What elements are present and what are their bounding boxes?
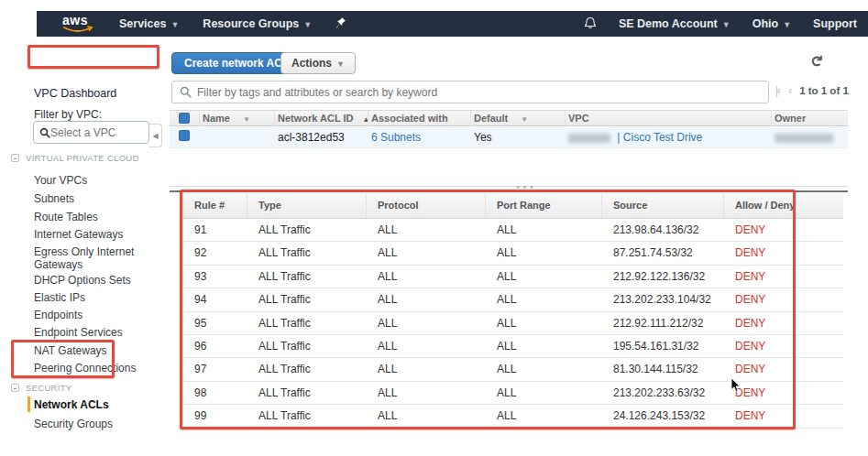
sidebar-vpc-dashboard-link[interactable]: VPC Dashboard [34,87,116,100]
rule-row[interactable]: 91 ALL Traffic ALL ALL 213.98.64.136/32 … [183,219,843,242]
header-vpc[interactable]: VPC [566,111,772,125]
sidebar-item-elastic-ips[interactable]: Elastic IPs [34,291,85,304]
header-type[interactable]: Type [247,193,367,218]
header-associated-with[interactable]: Associated with [368,111,471,125]
cell-acl-id: acl-3812ed53 [275,127,368,147]
previous-page-icon[interactable]: ‹ [788,84,791,97]
cell-vpc: | Cisco Test Drive [566,127,772,147]
filter-input[interactable] [197,86,761,99]
account-menu[interactable]: SE Demo Account▼ [619,17,731,30]
cell-protocol: ALL [367,405,486,428]
sidebar-item-egress-only-internet-gateways[interactable]: Egress Only Internet Gateways [34,245,155,271]
sidebar-item-subnets[interactable]: Subnets [34,192,74,205]
header-name[interactable]: Name▼ [200,111,275,125]
rules-table-header: Rule # Type Protocol Port Range Source A… [183,193,843,219]
sidebar-item-internet-gateways[interactable]: Internet Gateways [34,228,123,241]
cell-protocol: ALL [367,358,486,381]
row-checkbox[interactable] [179,130,190,141]
collapse-minus-icon[interactable] [11,384,19,392]
cell-type: ALL Traffic [247,405,367,428]
sidebar-section-vpc[interactable]: VIRTUAL PRIVATE CLOUD [11,153,148,163]
collapse-minus-icon[interactable] [11,154,19,162]
pushpin-icon[interactable] [335,16,346,32]
sidebar-item-peering-connections[interactable]: Peering Connections [34,362,136,375]
nav-services[interactable]: Services▼ [119,17,179,30]
mouse-cursor [731,377,742,393]
cell-empty [796,242,843,265]
header-port-range[interactable]: Port Range [486,193,602,218]
header-rule-number[interactable]: Rule # [183,193,247,218]
cell-default: Yes [471,127,566,147]
sidebar-item-nat-gateways[interactable]: NAT Gateways [34,344,107,357]
cell-protocol: ALL [367,242,486,265]
header-source[interactable]: Source [602,193,724,218]
sidebar: VPC Dashboard Filter by VPC: ◀ VIRTUAL P… [0,37,167,437]
sidebar-item-endpoint-services[interactable]: Endpoint Services [34,326,123,339]
cell-empty [796,219,843,242]
sidebar-section-security[interactable]: SECURITY [11,383,148,393]
cell-empty [796,335,843,358]
sidebar-item-security-groups[interactable]: Security Groups [34,418,113,430]
cell-empty [796,266,843,288]
cell-associated-subnets-link[interactable]: 6 Subnets [368,127,471,147]
pane-resize-handle[interactable]: ●●● [516,183,536,190]
owner-id-redacted [775,134,833,143]
cell-allow-deny: DENY [724,242,796,265]
cell-source: 24.126.243.153/32 [602,405,724,428]
select-vpc-input[interactable] [50,126,135,139]
cell-source: 212.92.122.136/32 [602,266,724,288]
search-icon [39,127,50,138]
actions-button[interactable]: Actions▼ [280,52,356,74]
cell-empty [796,288,843,311]
rule-row[interactable]: 98 ALL Traffic ALL ALL 213.202.233.63/32… [183,382,843,405]
cell-type: ALL Traffic [247,312,367,335]
cell-type: ALL Traffic [247,219,367,242]
cell-empty [796,405,843,428]
nav-resource-groups[interactable]: Resource Groups▼ [203,17,312,30]
refresh-icon[interactable]: ↻ [807,54,826,67]
notifications-bell-icon[interactable] [584,16,597,34]
cell-protocol: ALL [367,335,486,358]
rule-row[interactable]: 99 ALL Traffic ALL ALL 24.126.243.153/32… [183,405,843,428]
acl-table-header: Name▼ Network ACL ID▲ Associated with De… [170,110,848,126]
pagination-range: 1 to 1 of 1 [799,85,849,96]
cell-rule: 95 [183,312,247,335]
sidebar-item-your-vpcs[interactable]: Your VPCs [34,174,87,187]
chevron-down-icon: ▼ [722,20,731,29]
rule-row[interactable]: 92 ALL Traffic ALL ALL 87.251.74.53/32 D… [183,242,843,265]
cell-type: ALL Traffic [247,266,367,288]
cell-protocol: ALL [367,219,486,242]
rule-row[interactable]: 95 ALL Traffic ALL ALL 212.92.111.212/32… [183,312,843,335]
sidebar-item-route-tables[interactable]: Route Tables [34,211,98,223]
filter-search-box[interactable] [171,81,769,103]
header-protocol[interactable]: Protocol [367,193,486,218]
select-all-checkbox[interactable] [179,113,190,124]
header-allow-deny[interactable]: Allow / Deny [724,193,796,218]
sidebar-item-endpoints[interactable]: Endpoints [34,309,82,321]
chevron-down-icon: ▼ [783,20,791,29]
header-network-acl-id[interactable]: Network ACL ID▲ [275,111,368,125]
first-page-icon[interactable]: |‹ [775,84,780,97]
rule-row[interactable]: 93 ALL Traffic ALL ALL 212.92.122.136/32… [183,266,843,288]
cell-name [200,127,275,147]
aws-logo[interactable]: aws [62,14,95,34]
rule-row[interactable]: 94 ALL Traffic ALL ALL 213.202.233.104/3… [183,288,843,311]
sidebar-item-dhcp-options-sets[interactable]: DHCP Options Sets [34,274,131,287]
rules-table-body: 91 ALL Traffic ALL ALL 213.98.64.136/32 … [183,219,843,429]
sidebar-collapse-handle[interactable]: ◀ [149,124,162,147]
cell-empty [796,382,843,405]
select-vpc-search[interactable] [33,121,149,144]
sidebar-item-network-acls[interactable]: Network ACLs [34,398,109,411]
vpc-name-link[interactable]: | Cisco Test Drive [617,131,702,144]
header-owner[interactable]: Owner [772,111,848,125]
row-checkbox-cell [170,127,200,147]
rule-row[interactable]: 97 ALL Traffic ALL ALL 81.30.144.115/32 … [183,358,843,381]
cell-source: 212.92.111.212/32 [602,312,724,335]
region-menu[interactable]: Ohio▼ [753,17,791,30]
cell-rule: 98 [183,382,247,405]
acl-table-row[interactable]: acl-3812ed53 6 Subnets Yes | Cisco Test … [170,127,848,148]
cell-type: ALL Traffic [247,288,367,311]
rule-row[interactable]: 96 ALL Traffic ALL ALL 195.54.161.31/32 … [183,335,843,358]
header-default[interactable]: Default▼ [471,111,566,125]
support-menu[interactable]: Support [813,17,857,30]
